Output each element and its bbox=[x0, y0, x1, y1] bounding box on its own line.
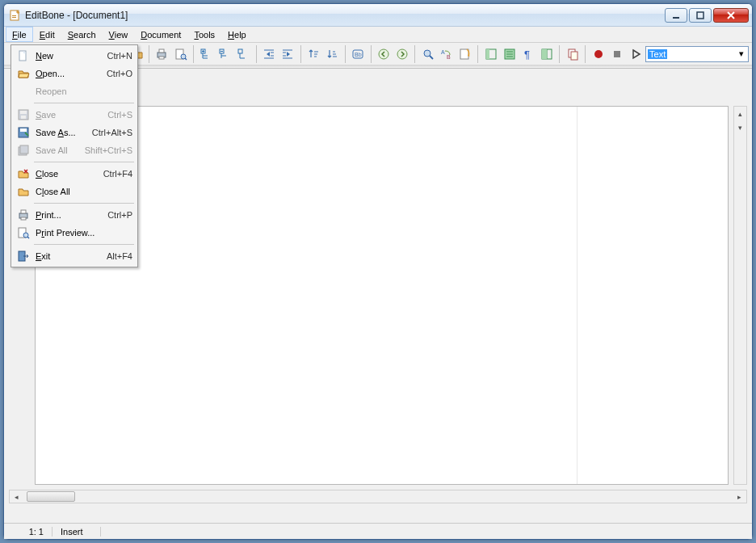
panel-a-button[interactable] bbox=[482, 44, 499, 64]
tree-collapse-button[interactable] bbox=[216, 44, 233, 64]
menu-search[interactable]: Search bbox=[61, 27, 103, 42]
menu-save: Save Ctrl+S bbox=[13, 106, 136, 124]
menu-document[interactable]: Document bbox=[134, 27, 187, 42]
window-title: EditBone - [Document1] bbox=[25, 10, 665, 21]
find-replace-button[interactable]: AB bbox=[438, 44, 455, 64]
menu-open[interactable]: Open... Ctrl+O bbox=[13, 65, 136, 82]
svg-rect-64 bbox=[21, 116, 26, 119]
menu-separator bbox=[34, 244, 134, 245]
svg-rect-46 bbox=[460, 49, 468, 59]
toolbar-separator bbox=[345, 45, 346, 63]
copy-doc-button[interactable] bbox=[564, 44, 581, 64]
indent-increase-button[interactable] bbox=[279, 44, 296, 64]
svg-rect-3 bbox=[673, 17, 679, 19]
status-mode: Insert bbox=[52, 527, 101, 537]
menu-edit[interactable]: Edit bbox=[33, 27, 61, 42]
scroll-up-icon[interactable]: ▴ bbox=[734, 107, 746, 120]
toolbar-separator bbox=[300, 45, 301, 63]
panel-split-button[interactable] bbox=[538, 44, 555, 64]
scroll-down-icon[interactable]: ▾ bbox=[734, 120, 746, 134]
svg-rect-63 bbox=[20, 111, 27, 114]
window-controls bbox=[665, 8, 749, 23]
selection-box-button[interactable]: Bb bbox=[350, 44, 367, 64]
save-as-icon bbox=[15, 124, 32, 141]
menu-new[interactable]: New Ctrl+N bbox=[13, 47, 136, 65]
menu-print-preview[interactable]: Print Preview... bbox=[13, 224, 136, 242]
close-button[interactable] bbox=[713, 8, 749, 23]
sort-desc-button[interactable] bbox=[324, 44, 341, 64]
record-button[interactable] bbox=[590, 44, 607, 64]
vertical-scrollbar[interactable]: ▴ ▾ bbox=[733, 106, 747, 485]
maximize-button[interactable] bbox=[689, 8, 712, 23]
menu-file[interactable]: File bbox=[6, 27, 33, 42]
new-file-icon bbox=[15, 48, 32, 64]
titlebar[interactable]: EditBone - [Document1] bbox=[4, 4, 752, 27]
svg-rect-4 bbox=[697, 12, 704, 19]
svg-rect-48 bbox=[486, 49, 489, 59]
stop-button[interactable] bbox=[608, 44, 625, 64]
scroll-right-icon[interactable]: ▸ bbox=[733, 493, 746, 501]
toolbar-separator bbox=[193, 45, 194, 63]
svg-rect-70 bbox=[21, 210, 26, 213]
chevron-down-icon: ▾ bbox=[737, 48, 746, 59]
tree-toggle-button[interactable] bbox=[235, 44, 252, 64]
pilcrow-button[interactable]: ¶ bbox=[519, 44, 536, 64]
menu-close-all[interactable]: Close All bbox=[13, 183, 136, 200]
scroll-left-icon[interactable]: ◂ bbox=[10, 493, 23, 501]
print-button[interactable] bbox=[153, 44, 170, 64]
menubar: File Edit Search View Document Tools Hel… bbox=[4, 27, 752, 43]
text-editor[interactable] bbox=[35, 106, 729, 485]
minimize-button[interactable] bbox=[665, 8, 687, 23]
save-icon bbox=[15, 107, 32, 123]
svg-text:A: A bbox=[441, 49, 445, 55]
nav-back-button[interactable] bbox=[375, 44, 392, 64]
menu-close[interactable]: Close Ctrl+F4 bbox=[13, 165, 136, 183]
svg-point-59 bbox=[594, 50, 603, 58]
menu-tools[interactable]: Tools bbox=[187, 27, 221, 42]
svg-point-42 bbox=[424, 50, 430, 57]
svg-rect-7 bbox=[159, 57, 164, 59]
toolbar-separator bbox=[371, 45, 372, 63]
print-icon bbox=[15, 207, 32, 223]
app-window: EditBone - [Document1] File Edit Search … bbox=[3, 3, 753, 540]
menu-save-as[interactable]: Save As... Ctrl+Alt+S bbox=[13, 124, 136, 141]
svg-point-40 bbox=[379, 49, 388, 59]
svg-point-41 bbox=[397, 49, 407, 59]
panel-b-button[interactable] bbox=[501, 44, 518, 64]
toolbar-separator bbox=[559, 45, 560, 63]
svg-line-10 bbox=[185, 58, 187, 60]
tree-expand-button[interactable] bbox=[198, 44, 215, 64]
toolbar-separator bbox=[414, 45, 415, 63]
print-preview-button[interactable] bbox=[172, 44, 189, 64]
svg-rect-6 bbox=[159, 49, 164, 53]
svg-rect-2 bbox=[12, 17, 16, 18]
nav-forward-button[interactable] bbox=[393, 44, 410, 64]
toolbar-separator bbox=[585, 45, 586, 63]
refresh-button[interactable] bbox=[456, 44, 473, 64]
menu-help[interactable]: Help bbox=[221, 27, 253, 42]
horizontal-scrollbar[interactable]: ◂ ▸ bbox=[9, 490, 747, 503]
indent-decrease-button[interactable] bbox=[261, 44, 278, 64]
toolbar-separator bbox=[477, 45, 478, 63]
scroll-thumb[interactable] bbox=[27, 491, 75, 502]
file-menu-dropdown: New Ctrl+N Open... Ctrl+O Reopen Save Ct… bbox=[10, 44, 138, 267]
sort-asc-button[interactable] bbox=[305, 44, 322, 64]
highlighter-dropdown[interactable]: Text ▾ bbox=[645, 46, 749, 62]
menu-print[interactable]: Print... Ctrl+P bbox=[13, 206, 136, 224]
svg-text:B: B bbox=[447, 54, 451, 60]
menu-separator bbox=[34, 103, 134, 103]
play-button[interactable] bbox=[627, 44, 644, 64]
open-folder-icon bbox=[15, 65, 32, 82]
svg-rect-21 bbox=[238, 49, 242, 53]
svg-text:¶: ¶ bbox=[524, 48, 530, 61]
menu-exit[interactable]: Exit Alt+F4 bbox=[13, 247, 136, 265]
app-icon bbox=[9, 9, 22, 22]
menu-save-all: Save All Shift+Ctrl+S bbox=[13, 141, 136, 159]
svg-rect-66 bbox=[20, 128, 27, 132]
svg-rect-58 bbox=[571, 52, 578, 60]
svg-rect-56 bbox=[542, 49, 547, 59]
menu-view[interactable]: View bbox=[103, 27, 135, 42]
find-button[interactable] bbox=[419, 44, 436, 64]
menu-separator bbox=[34, 162, 134, 162]
dropdown-selected: Text bbox=[648, 49, 667, 59]
